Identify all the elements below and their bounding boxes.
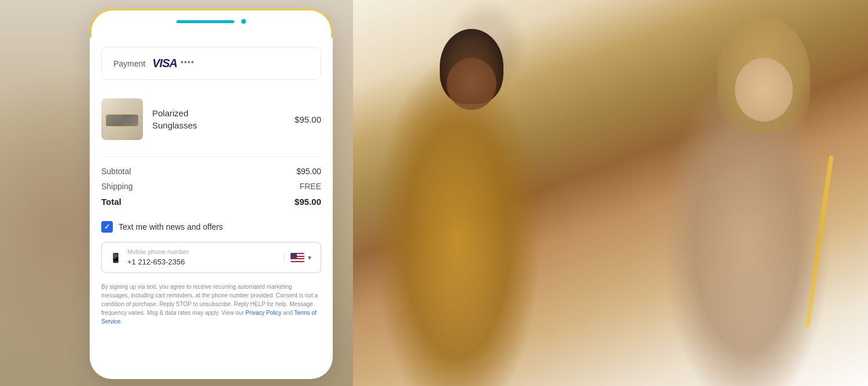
marketing-checkbox-label: Text me with news and offers bbox=[119, 222, 223, 231]
total-label: Total bbox=[101, 197, 122, 207]
phone-number-value: +1 212-653-2356 bbox=[127, 258, 185, 266]
subtotal-row: Subtotal $95.00 bbox=[101, 164, 321, 179]
marketing-checkbox[interactable]: ✓ bbox=[101, 221, 113, 233]
card-last4: **** bbox=[181, 59, 194, 68]
product-name: Polarized Sunglasses bbox=[152, 107, 285, 131]
disclaimer-text: By signing up via text, you agree to rec… bbox=[101, 282, 321, 326]
phone-content: Payment VISA **** Polarized Sunglasses $… bbox=[90, 38, 333, 379]
phone-notch bbox=[176, 19, 246, 24]
phone-input-field[interactable]: Mobile phone number +1 212-653-2356 bbox=[127, 248, 278, 267]
dropdown-arrow-icon: ▼ bbox=[307, 255, 312, 261]
total-value: $95.00 bbox=[295, 197, 321, 207]
product-image bbox=[101, 98, 143, 140]
shipping-row: Shipping FREE bbox=[101, 179, 321, 194]
phone-mockup: Payment VISA **** Polarized Sunglasses $… bbox=[90, 9, 333, 379]
subtotal-value: $95.00 bbox=[296, 167, 321, 176]
marketing-checkbox-section[interactable]: ✓ Text me with news and offers bbox=[101, 221, 321, 233]
product-info: Polarized Sunglasses bbox=[152, 107, 285, 131]
us-flag-icon bbox=[290, 253, 304, 262]
checkmark-icon: ✓ bbox=[104, 223, 110, 231]
subtotal-label: Subtotal bbox=[101, 167, 131, 176]
shipping-value: FREE bbox=[300, 182, 321, 191]
country-selector[interactable]: ▼ bbox=[284, 253, 312, 262]
phone-icon: 📱 bbox=[110, 252, 122, 263]
disclaimer-and: and bbox=[281, 310, 294, 316]
payment-section: Payment VISA **** bbox=[101, 47, 321, 80]
order-summary: Subtotal $95.00 Shipping FREE Total $95.… bbox=[101, 156, 321, 209]
privacy-policy-link[interactable]: Privacy Policy bbox=[245, 310, 281, 316]
total-row: Total $95.00 bbox=[101, 194, 321, 209]
phone-placeholder: Mobile phone number bbox=[127, 248, 278, 255]
product-item: Polarized Sunglasses $95.00 bbox=[101, 91, 321, 147]
background-photo bbox=[353, 0, 868, 386]
payment-label: Payment bbox=[113, 59, 145, 68]
shipping-label: Shipping bbox=[101, 182, 133, 191]
product-price: $95.00 bbox=[295, 115, 321, 124]
phone-input-section[interactable]: 📱 Mobile phone number +1 212-653-2356 bbox=[101, 242, 321, 273]
visa-text: VISA bbox=[152, 57, 177, 70]
disclaimer-period: . bbox=[120, 318, 122, 325]
notch-dot bbox=[241, 19, 246, 24]
visa-logo: VISA **** bbox=[152, 57, 194, 70]
notch-line bbox=[176, 20, 234, 23]
